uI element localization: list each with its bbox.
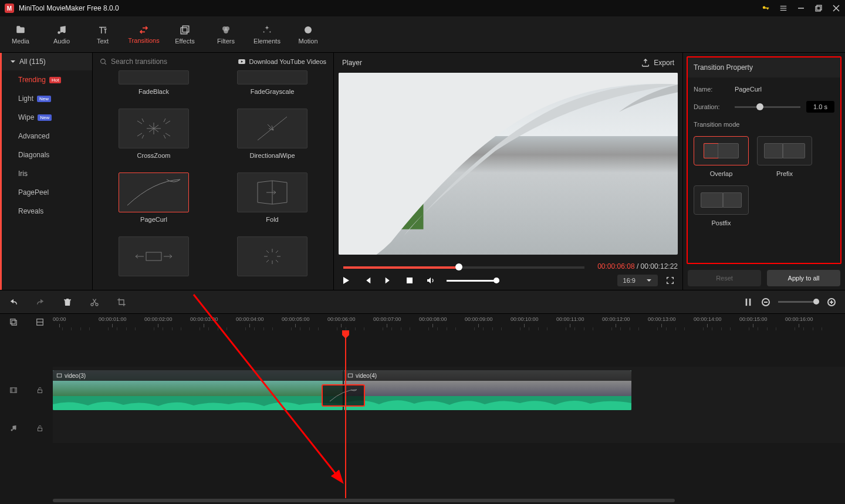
aspect-ratio-select[interactable]: 16:9 — [617, 275, 658, 286]
playhead[interactable] — [345, 330, 346, 498]
zoom-in-button[interactable] — [826, 297, 837, 307]
ruler-tick: 00:00:05:00 — [282, 316, 310, 327]
menu-icon[interactable] — [779, 4, 787, 12]
category-trending[interactable]: TrendingHot — [2, 70, 92, 89]
badge: Hot — [49, 77, 61, 83]
transition-fadeblack[interactable]: FadeBlack — [109, 70, 198, 103]
clip-label: video(3) — [65, 373, 86, 379]
upgrade-key-icon[interactable] — [762, 4, 770, 12]
mode-prefix[interactable]: Prefix — [757, 136, 812, 177]
transition-item-6[interactable] — [109, 236, 198, 284]
mode-postfix[interactable]: Postfix — [694, 185, 749, 226]
download-youtube-link[interactable]: Download YouTube Videos — [238, 57, 327, 66]
property-title: Transition Property — [688, 57, 840, 77]
ruler-tick: 00:00:11:00 — [556, 316, 584, 327]
collapse-tracks-icon[interactable] — [35, 317, 45, 327]
category-sidebar: All (115) TrendingHotLightNewWipeNewAdva… — [0, 53, 93, 290]
category-reveals[interactable]: Reveals — [2, 202, 92, 221]
svg-rect-39 — [12, 320, 16, 325]
redo-button[interactable] — [35, 297, 46, 307]
preview-viewport[interactable] — [339, 73, 678, 255]
ruler-tick: 00:00:02:00 — [144, 316, 173, 327]
film-icon — [56, 373, 62, 378]
next-button[interactable] — [383, 275, 394, 286]
apply-all-button[interactable]: Apply to all — [767, 270, 840, 286]
track-settings-icon[interactable] — [743, 297, 753, 307]
duration-slider[interactable] — [735, 106, 800, 108]
category-label: Light — [18, 94, 33, 103]
export-button[interactable]: Export — [641, 58, 674, 67]
clip-video4[interactable]: video(4) — [344, 370, 631, 410]
video-track-icon — [9, 386, 18, 394]
minimize-button[interactable] — [797, 4, 805, 12]
category-diagonals[interactable]: Diagonals — [2, 146, 92, 164]
tab-audio[interactable]: Audio — [41, 16, 82, 52]
svg-rect-32 — [749, 298, 751, 305]
tab-media[interactable]: Media — [0, 16, 41, 52]
close-button[interactable] — [832, 4, 840, 12]
duration-label: Duration: — [694, 103, 729, 110]
video-track-body[interactable]: video(3) video(4) — [53, 367, 845, 414]
tab-label: Elements — [254, 38, 280, 45]
zoom-out-button[interactable] — [760, 297, 771, 307]
tab-elements[interactable]: Elements — [246, 16, 288, 52]
zoom-slider[interactable] — [778, 301, 819, 303]
tab-filters[interactable]: Filters — [205, 16, 246, 52]
transition-item-7[interactable] — [228, 236, 317, 284]
reset-button[interactable]: Reset — [688, 270, 761, 286]
timeline-scrollbar[interactable] — [0, 498, 845, 504]
transition-directionalwipe[interactable]: DirectionalWipe — [228, 109, 317, 167]
volume-slider[interactable] — [447, 280, 499, 282]
tab-label: Effects — [175, 38, 194, 45]
tab-motion[interactable]: Motion — [288, 16, 329, 52]
clip-video3[interactable]: video(3) — [53, 370, 343, 410]
svg-rect-38 — [10, 319, 15, 324]
delete-button[interactable] — [62, 297, 73, 307]
film-icon — [347, 373, 353, 378]
chevron-down-icon — [10, 59, 16, 65]
category-light[interactable]: LightNew — [2, 89, 92, 108]
stop-button[interactable] — [404, 275, 415, 286]
transition-thumbnail — [119, 70, 189, 84]
svg-rect-9 — [181, 28, 187, 34]
lock-icon[interactable] — [36, 386, 43, 394]
transition-fold[interactable]: Fold — [228, 172, 317, 231]
player-seek-bar[interactable] — [343, 266, 584, 269]
badge: New — [37, 96, 51, 102]
play-button[interactable] — [341, 275, 351, 286]
transitions-panel: Search transitions Download YouTube Vide… — [93, 53, 333, 290]
audio-track-body[interactable] — [53, 414, 845, 443]
category-iris[interactable]: Iris — [2, 164, 92, 183]
crop-button[interactable] — [116, 297, 127, 307]
tab-text[interactable]: Text — [82, 16, 123, 52]
split-button[interactable] — [89, 297, 100, 307]
undo-button[interactable] — [8, 297, 19, 307]
transition-pagecurl[interactable]: PageCurl — [109, 172, 198, 231]
maximize-button[interactable] — [814, 4, 823, 12]
svg-rect-31 — [746, 298, 748, 305]
mode-overlap[interactable]: Overlap — [694, 136, 749, 177]
transition-chip[interactable] — [322, 384, 365, 407]
tab-transitions[interactable]: Transitions — [123, 16, 164, 52]
timeline-toolbar — [0, 290, 845, 314]
transition-crosszoom[interactable]: CrossZoom — [109, 109, 198, 167]
add-media-track-icon[interactable] — [8, 317, 19, 327]
ruler-tick: 00:00:07:00 — [373, 316, 401, 327]
transition-fadegrayscale[interactable]: FadeGrayscale — [228, 70, 317, 103]
mode-thumbnail — [694, 185, 749, 215]
volume-icon[interactable] — [425, 275, 436, 286]
tab-effects[interactable]: Effects — [164, 16, 205, 52]
category-pagepeel[interactable]: PagePeel — [2, 183, 92, 202]
search-input[interactable]: Search transitions — [100, 57, 167, 66]
fullscreen-button[interactable] — [665, 275, 675, 286]
duration-value[interactable]: 1.0 s — [806, 101, 834, 113]
lock-icon[interactable] — [36, 424, 43, 432]
tab-label: Motion — [298, 38, 317, 45]
category-wipe[interactable]: WipeNew — [2, 108, 92, 127]
svg-rect-18 — [146, 252, 161, 261]
search-placeholder: Search transitions — [111, 57, 167, 66]
category-label: Wipe — [18, 113, 34, 121]
category-advanced[interactable]: Advanced — [2, 127, 92, 146]
prev-button[interactable] — [362, 275, 373, 286]
category-header[interactable]: All (115) — [2, 53, 92, 70]
